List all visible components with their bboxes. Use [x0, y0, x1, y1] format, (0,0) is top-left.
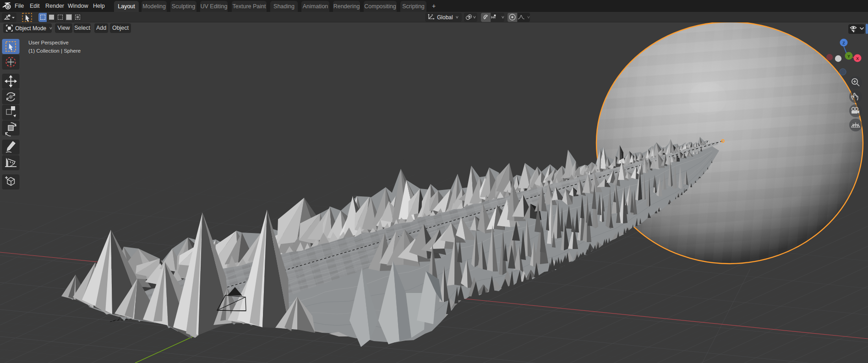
svg-text:Z: Z [842, 41, 845, 45]
svg-text:X: X [856, 56, 859, 61]
svg-text:Y: Y [847, 54, 850, 59]
